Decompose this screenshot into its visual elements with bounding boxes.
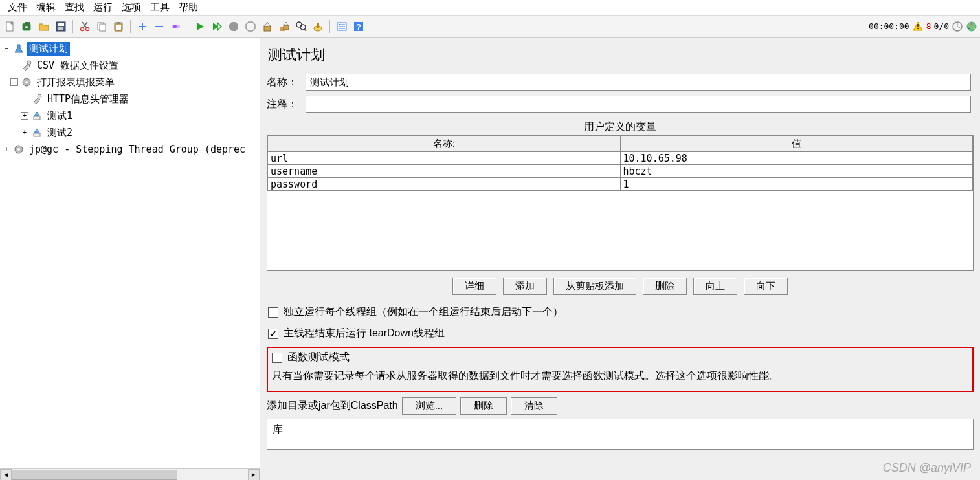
cut-icon[interactable] [77,19,93,34]
library-list[interactable]: 库 [267,419,974,450]
tree-node-csv[interactable]: CSV 数据文件设置 [0,57,260,74]
collapse-toggle[interactable]: − [3,45,10,52]
wrench-icon [21,60,32,71]
delete-classpath-button[interactable]: 删除 [460,397,507,415]
table-row[interactable]: url 10.10.65.98 [268,152,973,165]
reset-search-icon[interactable] [310,19,326,34]
toolbar: ? 00:00:00 ! 8 0/0 [0,16,980,38]
menu-file[interactable]: 文件 [4,0,31,15]
svg-rect-23 [284,25,289,30]
delete-button[interactable]: 删除 [643,278,687,295]
tree-node-stepping[interactable]: + jp@gc - Stepping Thread Group (deprec [0,141,260,158]
templates-icon[interactable] [19,19,35,34]
menu-options[interactable]: 选项 [118,0,145,15]
toggle-icon[interactable] [168,19,184,34]
sampler-icon [31,110,43,122]
test-plan-tree[interactable]: − 测试计划 CSV 数据文件设置 − 打开报表填报菜单 HTTP信息头管理器 [0,38,260,468]
svg-point-51 [17,148,20,151]
thread-count: 0/0 [934,21,949,31]
browse-button[interactable]: 浏览... [402,397,457,415]
panel-title: 测试计划 [268,45,972,65]
svg-rect-14 [117,22,120,24]
menu-edit[interactable]: 编辑 [32,0,60,15]
table-row[interactable]: username hbczt [268,165,973,178]
tree-hscrollbar[interactable]: ◄ ► [0,468,260,480]
down-button[interactable]: 向下 [744,278,788,295]
svg-rect-21 [264,26,271,31]
tree-label[interactable]: CSV 数据文件设置 [35,59,120,72]
teardown-checkbox[interactable] [268,329,278,339]
help-icon[interactable]: ? [351,19,366,34]
vars-table[interactable]: 名称: 值 url 10.10.65.98 username hbczt pas… [267,135,974,271]
shutdown-icon[interactable] [243,19,258,34]
classpath-label: 添加目录或jar包到ClassPath [267,399,398,413]
collapse-icon[interactable] [151,19,167,34]
up-button[interactable]: 向上 [693,278,737,295]
detail-button[interactable]: 详细 [452,278,496,295]
name-label: 名称： [267,76,306,89]
open-icon[interactable] [36,19,52,34]
name-input[interactable] [306,74,971,91]
expand-toggle[interactable]: + [21,112,28,120]
tree-node-test2[interactable]: + 测试2 [0,124,260,141]
tree-node-http-header[interactable]: HTTP信息头管理器 [0,91,260,107]
function-helper-icon[interactable] [334,19,350,34]
flask-icon [13,43,25,54]
tree-label[interactable]: 测试2 [45,126,74,140]
add-from-clipboard-button[interactable]: 从剪贴板添加 [553,278,636,295]
start-no-timers-icon[interactable] [209,19,225,34]
tree-node-test1[interactable]: + 测试1 [0,107,260,124]
scroll-left-icon[interactable]: ◄ [0,469,12,481]
server-icon[interactable] [966,21,977,32]
expand-toggle[interactable]: + [21,129,28,136]
tree-label[interactable]: 测试计划 [27,42,70,56]
clear-all-icon[interactable] [276,19,292,34]
tree-node-menu-group[interactable]: − 打开报表填报菜单 [0,74,260,91]
tree-label[interactable]: jp@gc - Stepping Thread Group (deprec [27,143,247,156]
tree-label[interactable]: HTTP信息头管理器 [45,93,131,106]
clear-classpath-button[interactable]: 清除 [511,397,557,415]
col-name-header[interactable]: 名称: [268,136,621,152]
paste-icon[interactable] [111,19,126,34]
functional-mode-note: 只有当你需要记录每个请求从服务器取得的数据到文件时才需要选择函数测试模式。选择这… [272,367,968,386]
copy-icon[interactable] [94,19,109,34]
svg-rect-5 [58,23,64,26]
svg-rect-28 [317,23,319,28]
functional-mode-checkbox[interactable] [272,353,282,363]
serialize-checkbox[interactable] [268,307,278,318]
menu-run[interactable]: 运行 [89,0,117,15]
add-button[interactable]: 添加 [503,278,547,295]
scroll-right-icon[interactable]: ► [248,469,260,481]
svg-point-43 [974,28,975,29]
expand-icon[interactable] [135,19,150,34]
tree-label[interactable]: 测试1 [45,109,74,123]
warning-icon[interactable]: ! [912,21,924,32]
stop-icon[interactable] [226,19,241,34]
menu-search[interactable]: 查找 [61,0,88,15]
table-row[interactable]: password 1 [268,178,973,191]
tree-label[interactable]: 打开报表填报菜单 [35,76,117,89]
svg-line-10 [82,22,87,28]
new-icon[interactable] [3,19,18,34]
search-icon[interactable] [293,19,309,34]
svg-rect-6 [58,27,63,30]
error-count: 8 [926,21,931,31]
svg-rect-49 [34,133,40,136]
menu-tools[interactable]: 工具 [146,0,173,15]
clear-icon[interactable] [260,19,275,34]
menu-help[interactable]: 帮助 [175,0,202,15]
col-value-header[interactable]: 值 [620,136,973,152]
svg-point-47 [38,94,41,98]
sampler-icon [31,127,43,138]
expand-toggle[interactable]: + [3,146,10,153]
svg-point-41 [971,23,972,25]
gear-icon [13,144,25,155]
content-pane: 测试计划 名称： 注释： 用户定义的变量 名称: 值 url 10.10.65.… [260,38,980,480]
collapse-toggle[interactable]: − [10,78,18,86]
start-icon[interactable] [192,19,208,34]
save-icon[interactable] [53,19,69,34]
comment-input[interactable] [306,96,971,113]
tree-node-testplan[interactable]: − 测试计划 [0,40,260,57]
svg-point-46 [25,81,28,83]
elapsed-time: 00:00:00 [869,21,909,31]
